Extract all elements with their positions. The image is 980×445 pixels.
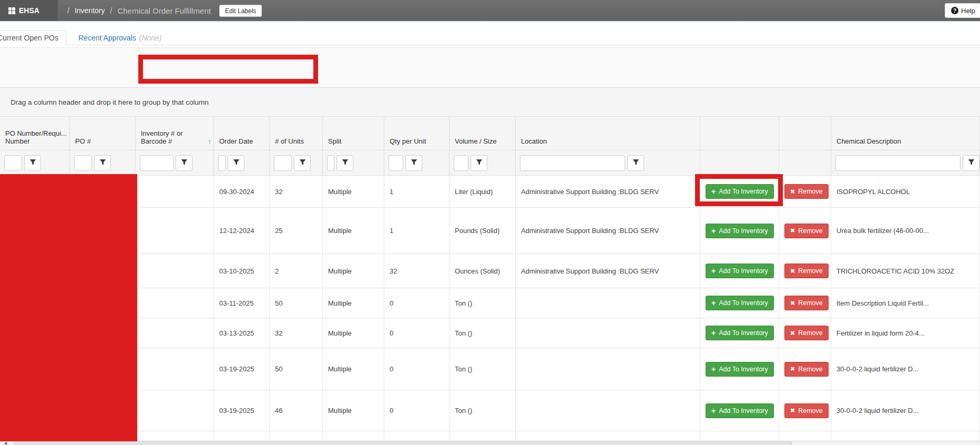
cell-value: 03-13-2025 xyxy=(219,329,254,337)
cell-location: Administrative Support Building :BLDG SE… xyxy=(516,208,700,254)
group-by-panel[interactable]: Drag a column header and drop it here to… xyxy=(0,88,980,117)
toolbar: + Add ✎ Edit ⊗ Remove From Order PI: San… xyxy=(0,47,980,88)
filter-input-order_date[interactable] xyxy=(218,155,226,171)
cell-chemical_description: 30-0-0-2 liquid fertilizer D... xyxy=(831,390,980,431)
cell-value: Multiple xyxy=(328,267,352,275)
remove-button[interactable]: ✖Remove xyxy=(784,224,829,238)
filter-input-location[interactable] xyxy=(520,155,625,171)
column-header-label: Order Date xyxy=(219,137,253,145)
column-header-chemical_description[interactable]: Chemical Description xyxy=(831,117,980,150)
cell-add_action: +Add To Inventory xyxy=(700,288,779,318)
cell-value: Urea bulk fertilizer (46-00-00... xyxy=(836,227,929,235)
remove-button[interactable]: ✖Remove xyxy=(784,326,829,340)
filter-button-units[interactable] xyxy=(294,155,311,171)
filter-button-inventory_barcode[interactable] xyxy=(176,155,192,171)
remove-button[interactable]: ✖Remove xyxy=(784,403,829,418)
cut-off-button[interactable] xyxy=(976,3,980,18)
edit-labels-button[interactable]: Edit Labels xyxy=(219,5,262,17)
filter-button-po_number[interactable] xyxy=(94,155,111,171)
add-to-inventory-button[interactable]: +Add To Inventory xyxy=(706,184,774,199)
tab-current-open-pos[interactable]: Current Open POs xyxy=(0,30,66,45)
help-button[interactable]: ? Help xyxy=(945,3,980,18)
cell-value: 0 xyxy=(390,407,393,414)
cell-value: Multiple xyxy=(328,329,352,337)
cell-po_number xyxy=(70,208,136,254)
cell-value: Administrative Support Building :BLDG SE… xyxy=(521,188,659,196)
remove-button[interactable]: ✖Remove xyxy=(784,296,829,310)
column-header-po_req_number[interactable]: PO Number/Requi... Number xyxy=(0,117,70,150)
cell-value: Fertilizer in liquid form 20-4... xyxy=(836,329,925,337)
remove-button[interactable]: ✖Remove xyxy=(784,184,829,199)
filter-input-split[interactable] xyxy=(327,155,334,171)
add-to-inventory-button[interactable]: +Add To Inventory xyxy=(706,264,774,278)
column-header-add_action[interactable] xyxy=(700,117,779,150)
cell-order_date: 03-19-2025 xyxy=(214,348,270,390)
cell-value: TRICHLOROACETIC ACID 10% 32OZ xyxy=(836,267,954,275)
app-logo[interactable]: EHSA xyxy=(0,0,58,21)
column-header-inventory_barcode[interactable]: Inventory # or Barcode #↑ xyxy=(136,117,214,150)
filter-input-volume_size[interactable] xyxy=(454,155,468,171)
column-header-volume_size[interactable]: Volume / Size xyxy=(450,117,516,150)
filter-cell-inventory_barcode xyxy=(136,150,214,175)
add-to-inventory-button[interactable]: +Add To Inventory xyxy=(706,326,774,340)
add-to-inventory-button[interactable]: +Add To Inventory xyxy=(706,362,774,377)
column-header-qty_per_unit[interactable]: Qty per Unit xyxy=(384,117,450,150)
cell-split: Multiple xyxy=(323,254,384,288)
remove-button[interactable]: ✖Remove xyxy=(784,264,829,278)
page-title: Chemical Order Fulfillment xyxy=(117,6,211,15)
cell-volume_size: Liter (Liquid) xyxy=(450,176,516,207)
cell-split: Multiple xyxy=(323,176,384,207)
filter-input-qty_per_unit[interactable] xyxy=(389,155,403,171)
scrollbar-left-arrow-icon[interactable] xyxy=(4,442,7,445)
add-to-inventory-button[interactable]: +Add To Inventory xyxy=(706,296,774,310)
cell-remove_action: ✖Remove xyxy=(779,176,831,207)
cell-value: Multiple xyxy=(328,299,352,307)
cell-inventory_barcode xyxy=(136,254,214,288)
cell-value: 32 xyxy=(390,267,397,275)
cell-inventory_barcode xyxy=(136,176,214,207)
cell-empty xyxy=(136,431,214,440)
grid-icon xyxy=(8,7,15,14)
column-header-po_number[interactable]: PO # xyxy=(70,117,136,150)
scrollbar-thumb[interactable] xyxy=(14,442,792,444)
column-header-location[interactable]: Location xyxy=(516,117,700,150)
add-to-inventory-button[interactable]: +Add To Inventory xyxy=(706,224,774,238)
cell-value: Ton () xyxy=(455,407,472,414)
column-header-order_date[interactable]: Order Date xyxy=(214,117,270,150)
column-header-units[interactable]: # of Units xyxy=(270,117,323,150)
cell-value: Administrative Support Building :BLDG SE… xyxy=(521,227,659,235)
filter-button-location[interactable] xyxy=(627,155,644,171)
add-to-inventory-button[interactable]: +Add To Inventory xyxy=(706,403,774,418)
cell-po_number xyxy=(70,254,136,288)
filter-button-split[interactable] xyxy=(336,155,353,171)
filter-input-units[interactable] xyxy=(274,155,292,171)
cell-value: Ton () xyxy=(455,365,472,373)
breadcrumb-inventory[interactable]: Inventory xyxy=(75,6,105,15)
cell-qty_per_unit: 1 xyxy=(384,176,450,207)
filter-button-po_req_number[interactable] xyxy=(24,155,41,171)
cell-value: 0 xyxy=(390,329,393,337)
table-body: 09-30-202432Multiple1Liter (Liquid)Admin… xyxy=(0,176,980,441)
filter-input-inventory_barcode[interactable] xyxy=(140,155,173,171)
cell-chemical_description: Urea bulk fertilizer (46-00-00... xyxy=(831,208,980,254)
remove-label: Remove xyxy=(798,188,823,195)
cell-remove_action: ✖Remove xyxy=(779,348,831,390)
x-icon: ✖ xyxy=(790,330,795,336)
remove-button[interactable]: ✖Remove xyxy=(784,362,829,377)
cell-value: 03-19-2025 xyxy=(219,407,254,414)
filter-button-qty_per_unit[interactable] xyxy=(405,155,422,171)
column-header-remove_action[interactable] xyxy=(779,117,831,150)
cell-qty_per_unit: 0 xyxy=(384,318,450,348)
column-header-split[interactable]: Split xyxy=(323,117,384,150)
cell-value: 32 xyxy=(275,329,282,337)
filter-input-po_number[interactable] xyxy=(74,155,92,171)
filter-input-po_req_number[interactable] xyxy=(4,155,22,171)
table-row-empty xyxy=(0,431,980,441)
filter-button-order_date[interactable] xyxy=(228,155,244,171)
filter-button-chemical_description[interactable] xyxy=(963,155,979,171)
filter-cell-chemical_description xyxy=(831,150,980,175)
cell-empty xyxy=(214,431,270,440)
filter-button-volume_size[interactable] xyxy=(471,155,487,171)
filter-input-chemical_description[interactable] xyxy=(835,155,961,171)
tab-recent-approvals[interactable]: Recent Approvals (None) xyxy=(78,30,162,45)
